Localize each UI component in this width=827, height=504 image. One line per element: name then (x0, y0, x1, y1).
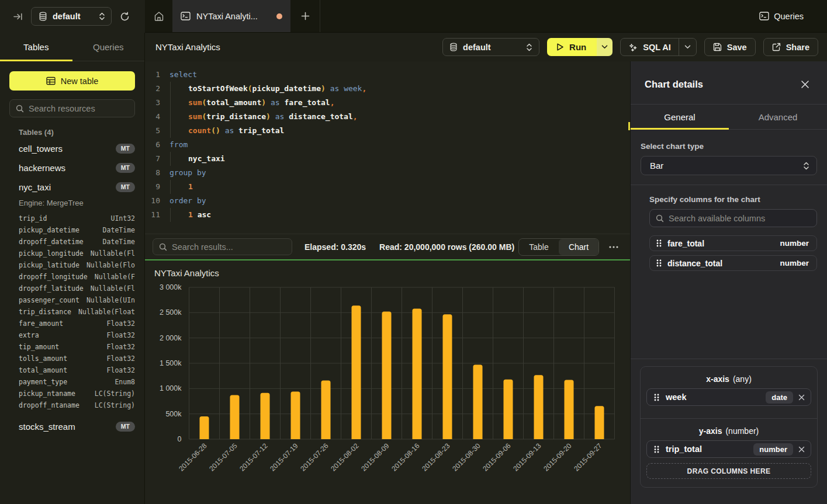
sql-ai-options-button[interactable] (679, 39, 696, 55)
results-more-button[interactable] (609, 246, 618, 248)
available-column-distance_total[interactable]: distance_totalnumber (649, 255, 817, 271)
top-bar: default NYTaxi Analyti... Quer (0, 0, 827, 33)
drag-handle-icon[interactable] (654, 394, 659, 401)
column-row[interactable]: trip_idUInt32 (9, 213, 135, 224)
column-type: Float32 (107, 343, 135, 351)
table-name: stocks_stream (19, 422, 75, 432)
table-item-nyc_taxi[interactable]: nyc_taxiMT (9, 178, 135, 197)
bar-2015-06-28[interactable] (200, 416, 209, 439)
drag-handle-icon[interactable] (656, 259, 662, 267)
token (284, 110, 289, 124)
column-row[interactable]: dropoff_datetimeDateTime (9, 236, 135, 248)
editor-line-11: 111 asc (145, 208, 630, 222)
column-row[interactable]: tolls_amountFloat32 (9, 353, 135, 364)
column-row[interactable]: pickup_latitudeNullable(Flo (9, 259, 135, 271)
save-icon (713, 43, 722, 51)
table-item-cell_towers[interactable]: cell_towersMT (9, 139, 135, 158)
database-selector[interactable]: default (31, 7, 112, 26)
bar-2015-08-09[interactable] (382, 312, 392, 439)
columns-search[interactable] (649, 209, 817, 227)
share-button[interactable]: Share (763, 38, 818, 56)
run-button[interactable]: Run (547, 38, 597, 56)
sql-editor[interactable]: 1select2toStartOfWeek(pickup_datetime) a… (145, 61, 630, 234)
query-database-selector[interactable]: default (442, 38, 539, 56)
run-label: Run (569, 42, 586, 52)
sidebar-search[interactable] (9, 99, 135, 117)
column-row[interactable]: trip_distanceNullable(Float (9, 306, 135, 318)
database-icon (449, 43, 458, 51)
y-tick-label: 1 500k (160, 359, 182, 367)
x-tick-label: 2015-09-13 (511, 442, 543, 473)
token: as (330, 82, 340, 96)
column-row[interactable]: pickup_datetimeDateTime (9, 224, 135, 236)
bar-2015-07-05[interactable] (230, 395, 240, 439)
column-row[interactable]: passenger_countNullable(UIn (9, 294, 135, 306)
sidebar-search-input[interactable] (29, 104, 129, 113)
column-row[interactable]: dropoff_longitudeNullable(F (9, 271, 135, 283)
column-row[interactable]: pickup_ntanameLC(String) (9, 388, 135, 399)
refresh-icon[interactable] (120, 12, 130, 22)
collapse-sidebar-icon[interactable] (13, 12, 23, 22)
column-row[interactable]: dropoff_latitudeNullable(Fl (9, 283, 135, 294)
bar-2015-09-20[interactable] (565, 380, 574, 439)
queries-button[interactable]: Queries (753, 0, 827, 32)
view-toggle-table[interactable]: Table (519, 239, 559, 255)
column-row[interactable]: pickup_longitudeNullable(Fl (9, 248, 135, 259)
remove-column-button[interactable] (798, 394, 805, 401)
indent-guide (170, 96, 188, 110)
column-row[interactable]: extraFloat32 (9, 329, 135, 341)
bar-2015-09-06[interactable] (504, 380, 513, 439)
column-row[interactable]: payment_typeEnum8 (9, 376, 135, 388)
drop-zone[interactable]: DRAG COLUMNS HERE (646, 463, 811, 479)
chart-container[interactable]: NYTaxi Analytics0500k1 000k1 500k2 000k2… (145, 260, 630, 504)
token: distance_total (289, 110, 353, 124)
column-row[interactable]: tip_amountFloat32 (9, 341, 135, 353)
results-search[interactable] (153, 238, 292, 255)
save-button[interactable]: Save (704, 38, 756, 56)
column-type: Float32 (107, 331, 135, 339)
sidebar-tab-queries[interactable]: Queries (72, 33, 145, 61)
tab-nytaxi-analytics[interactable]: NYTaxi Analyti... (172, 0, 290, 32)
tab-advanced[interactable]: Advanced (729, 105, 827, 129)
column-row[interactable]: dropoff_ntanameLC(String) (9, 399, 135, 411)
results-search-input[interactable] (172, 242, 286, 252)
drag-handle-icon[interactable] (656, 239, 662, 247)
close-panel-button[interactable] (801, 80, 809, 89)
bar-2015-08-16[interactable] (413, 308, 422, 439)
view-toggle-chart[interactable]: Chart (559, 239, 598, 255)
token: order by (169, 194, 206, 208)
bar-2015-07-12[interactable] (261, 393, 270, 439)
column-type: LC(String) (95, 401, 135, 409)
table-item-hackernews[interactable]: hackernewsMT (9, 158, 135, 178)
column-type: Nullable(Flo (86, 261, 135, 269)
bar-2015-08-02[interactable] (352, 305, 361, 439)
chevron-updown-icon (803, 162, 809, 170)
new-tab-button[interactable] (290, 0, 320, 32)
drag-handle-icon[interactable] (654, 446, 659, 453)
column-row[interactable]: total_amountFloat32 (9, 364, 135, 376)
x-axis-column-week[interactable]: weekdate (646, 388, 811, 406)
chart-columns-section: Specify columns for the chart fare_total… (631, 185, 827, 275)
bar-2015-08-23[interactable] (443, 314, 452, 439)
bar-2015-07-19[interactable] (291, 392, 300, 439)
sql-ai-button[interactable]: SQL AI (621, 39, 679, 55)
column-row[interactable]: fare_amountFloat32 (9, 318, 135, 329)
run-options-button[interactable] (597, 38, 613, 56)
table-item-stocks_stream[interactable]: stocks_streamMT (9, 417, 135, 436)
bar-2015-07-26[interactable] (321, 380, 331, 439)
sql-ai-label: SQL AI (643, 43, 671, 52)
chart-type-select[interactable]: Bar (641, 156, 817, 175)
x-tick-label: 2015-07-05 (207, 442, 239, 473)
columns-search-input[interactable] (669, 214, 811, 223)
sidebar-tab-tables[interactable]: Tables (0, 33, 72, 61)
bar-2015-09-13[interactable] (534, 375, 544, 439)
available-column-type: number (780, 259, 809, 267)
home-tab[interactable] (145, 0, 172, 32)
bar-2015-08-30[interactable] (473, 365, 483, 439)
bar-2015-09-27[interactable] (595, 406, 604, 439)
tab-general[interactable]: General (631, 105, 729, 129)
y-axis-column-trip_total[interactable]: trip_totalnumber (646, 440, 811, 458)
available-column-fare_total[interactable]: fare_totalnumber (649, 235, 817, 251)
remove-column-button[interactable] (798, 446, 805, 453)
new-table-button[interactable]: New table (9, 71, 135, 91)
